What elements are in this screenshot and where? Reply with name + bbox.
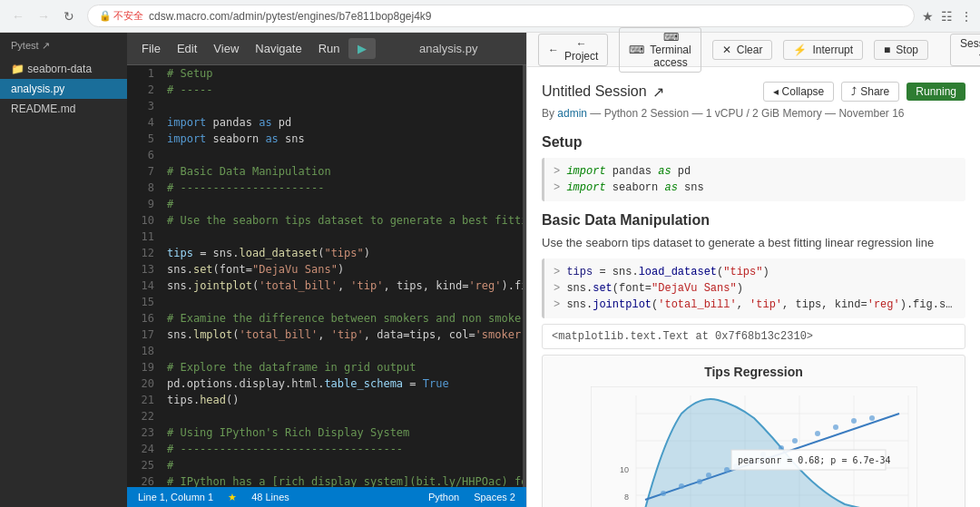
code-line-19: # Explore the dataframe in grid output xyxy=(160,359,523,375)
basic-data-description: Use the seaborn tips dataset to generate… xyxy=(542,236,965,249)
menu-navigate[interactable]: Navigate xyxy=(248,38,309,59)
svg-text:8: 8 xyxy=(623,492,628,502)
code-line-21: tips.head() xyxy=(160,392,523,408)
share-icon: ⤴ xyxy=(851,85,857,98)
sidebar-item-analysis-py[interactable]: analysis.py xyxy=(0,79,127,99)
code-line-8: # ---------------------- xyxy=(160,180,523,196)
clear-icon: ✕ xyxy=(722,44,731,56)
status-left: Line 1, Column 1 ★ 48 Lines xyxy=(138,492,289,503)
code-line-1: # Setup xyxy=(160,65,523,82)
browser-chrome: ← → ↻ 🔒 不安全 cdsw.macro.com/admin/pytest/… xyxy=(0,0,980,33)
code-line-17: sns.lmplot('total_bill', 'tip', data=tip… xyxy=(160,327,523,343)
security-indicator: 🔒 不安全 xyxy=(99,9,143,23)
code-line-14: sns.jointplot('total_bill', 'tip', tips,… xyxy=(160,278,523,294)
sidebar-item-readme-md[interactable]: README.md xyxy=(0,99,127,119)
collapse-button[interactable]: ◂ Collapse xyxy=(763,82,835,102)
browser-actions: ★ ☷ ⋮ xyxy=(922,9,973,24)
interrupt-button[interactable]: ⚡ Interrupt xyxy=(783,40,863,60)
admin-link[interactable]: admin xyxy=(557,107,587,120)
line-count: 48 Lines xyxy=(251,492,289,502)
sidebar: Pytest ↗ 📁 seaborn-data analysis.py READ… xyxy=(0,33,127,507)
basic-data-heading: Basic Data Manipulation xyxy=(542,212,965,229)
session-actions: ◂ Collapse ⤴ Share Running xyxy=(763,82,965,102)
menu-view[interactable]: View xyxy=(206,38,246,59)
back-button[interactable]: ← xyxy=(7,5,29,27)
address-bar[interactable]: 🔒 不安全 cdsw.macro.com/admin/pytest/engine… xyxy=(87,5,915,27)
code-line-11 xyxy=(160,229,523,245)
svg-point-22 xyxy=(815,431,820,436)
code-line-3 xyxy=(160,98,523,114)
collapse-icon: ◂ xyxy=(773,85,779,98)
svg-point-15 xyxy=(706,473,711,478)
code-line-16: # Examine the difference between smokers… xyxy=(160,310,523,327)
code-line-7: # Basic Data Manipulation xyxy=(160,163,523,180)
cursor-position: Line 1, Column 1 xyxy=(138,492,213,502)
insecure-label: 不安全 xyxy=(113,9,143,23)
code-line-18 xyxy=(160,343,523,359)
editor-area: File Edit View Navigate Run ▶ analysis.p… xyxy=(127,33,526,507)
bookmark-icon[interactable]: ★ xyxy=(922,9,934,24)
code-lines[interactable]: # Setup # ----- import pandas as pd impo… xyxy=(160,65,523,487)
share-button[interactable]: ⤴ Share xyxy=(841,82,899,102)
code-line-15 xyxy=(160,294,523,310)
editor-content: 1 2 3 4 5 6 7 8 9 10 11 12 13 14 15 16 1 xyxy=(127,65,526,487)
menu-edit[interactable]: Edit xyxy=(170,38,204,59)
terminal-button[interactable]: ⌨ ⌨ Terminal access xyxy=(619,27,701,73)
spaces-indicator: Spaces 2 xyxy=(474,492,515,502)
nav-buttons: ← → ↻ xyxy=(7,5,80,27)
code-line-13: sns.set(font="DejaVu Sans") xyxy=(160,261,523,278)
svg-point-16 xyxy=(724,467,730,473)
notebook-content[interactable]: Untitled Session ↗ ◂ Collapse ⤴ Share Ru… xyxy=(527,67,980,507)
sidebar-project[interactable]: Pytest ↗ xyxy=(0,33,127,59)
external-link-icon[interactable]: ↗ xyxy=(652,83,664,101)
refresh-button[interactable]: ↻ xyxy=(58,5,80,27)
code-line-5: import seaborn as sns xyxy=(160,131,523,147)
code-line-4: import pandas as pd xyxy=(160,114,523,131)
terminal-icon: ⌨ xyxy=(629,44,644,56)
menu-icon[interactable]: ⋮ xyxy=(960,9,973,24)
cell-line: > import pandas as pd xyxy=(554,163,956,180)
code-line-6 xyxy=(160,147,523,163)
code-editor[interactable]: 1 2 3 4 5 6 7 8 9 10 11 12 13 14 15 16 1 xyxy=(127,65,523,487)
session-header: Untitled Session ↗ ◂ Collapse ⤴ Share Ru… xyxy=(542,82,965,102)
basic-data-code-cell: > tips = sns.load_dataset("tips") > sns.… xyxy=(542,258,965,318)
chart-title: Tips Regression xyxy=(552,365,956,379)
language-indicator: Python xyxy=(428,492,459,502)
lock-icon: 🔒 xyxy=(99,10,112,22)
svg-point-24 xyxy=(851,418,857,424)
extensions-icon[interactable]: ☷ xyxy=(941,9,953,24)
svg-point-13 xyxy=(679,483,684,489)
clear-button[interactable]: ✕ Clear xyxy=(712,40,773,60)
menu-bar: File Edit View Navigate Run ▶ analysis.p… xyxy=(127,33,526,65)
session-title: Untitled Session ↗ xyxy=(542,83,664,101)
code-line-24: # ---------------------------------- xyxy=(160,441,523,457)
code-line-20: pd.options.display.html.table_schema = T… xyxy=(160,375,523,392)
stop-icon: ■ xyxy=(884,44,890,56)
project-button[interactable]: ← ← Project xyxy=(538,34,608,66)
output-cell: <matplotlib.text.Text at 0x7f68b13c2310> xyxy=(542,324,965,349)
cell-line: > tips = sns.load_dataset("tips") xyxy=(554,264,956,280)
cell-line: > sns.set(font="DejaVu Sans") xyxy=(554,280,956,297)
code-line-10: # Use the seaborn tips dataset to genera… xyxy=(160,212,523,229)
code-line-2: # ----- xyxy=(160,82,523,98)
svg-point-21 xyxy=(792,438,798,444)
sidebar-item-seaborn-data[interactable]: 📁 seaborn-data xyxy=(0,59,127,79)
run-button[interactable]: ▶ xyxy=(348,38,376,59)
file-title: analysis.py xyxy=(377,42,519,55)
stop-button[interactable]: ■ Stop xyxy=(874,40,928,60)
code-line-22 xyxy=(160,408,523,424)
svg-point-23 xyxy=(833,424,838,430)
notebook-toolbar: ← ← Project ⌨ ⌨ Terminal access ✕ Clear … xyxy=(527,33,980,67)
setup-heading: Setup xyxy=(542,134,965,151)
running-badge: Running xyxy=(906,83,965,101)
code-line-26: # IPython has a [rich display system](bi… xyxy=(160,473,523,487)
setup-code-cell: > import pandas as pd > import seaborn a… xyxy=(542,158,965,201)
forward-button[interactable]: → xyxy=(33,5,54,27)
sessions-button[interactable]: Sessions ▾ xyxy=(950,34,980,66)
line-numbers: 1 2 3 4 5 6 7 8 9 10 11 12 13 14 15 16 1 xyxy=(127,65,160,487)
chart-svg: 8 10 pearsonr = 0.68; p = 6.7e-34 xyxy=(552,386,956,507)
menu-file[interactable]: File xyxy=(134,38,168,59)
session-meta: By admin — Python 2 Session — 1 vCPU / 2… xyxy=(542,107,965,120)
arrow-left-icon: ← xyxy=(548,44,559,56)
menu-run[interactable]: Run xyxy=(311,38,348,59)
